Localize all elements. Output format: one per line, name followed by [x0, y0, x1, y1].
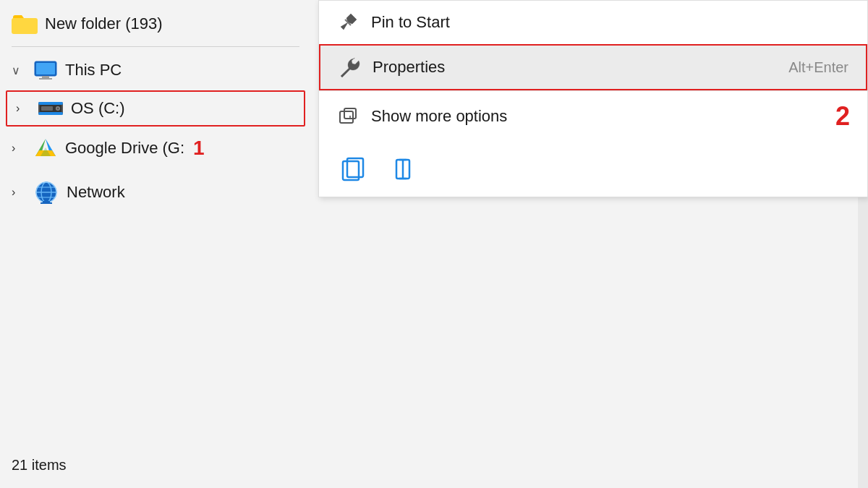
network-row[interactable]: › Network: [0, 173, 311, 212]
items-count: 21 items: [12, 457, 67, 474]
pin-icon: [336, 11, 359, 34]
svg-rect-2: [42, 76, 49, 78]
show-more-item[interactable]: Show more options 2: [319, 91, 867, 142]
badge-1: 1: [193, 137, 205, 160]
show-more-label: Show more options: [371, 107, 821, 126]
monitor-icon: [33, 60, 58, 80]
properties-shortcut: Alt+Enter: [788, 59, 848, 76]
network-globe-icon: [33, 180, 59, 205]
this-pc-label: This PC: [65, 61, 122, 80]
this-pc-row[interactable]: ∨ This PC: [0, 53, 311, 87]
hdd-icon: [38, 99, 64, 118]
svg-rect-7: [38, 112, 63, 115]
pin-to-start-item[interactable]: Pin to Start: [319, 1, 867, 44]
os-label: OS (C:): [71, 99, 125, 118]
google-drive-icon: [33, 137, 58, 159]
network-label: Network: [67, 183, 125, 202]
context-menu: Pin to Start Properties Alt+Enter Show m…: [318, 0, 868, 197]
new-folder-label: New folder (193): [45, 14, 163, 33]
show-more-icon: [336, 105, 359, 128]
svg-rect-24: [340, 111, 353, 123]
properties-item[interactable]: Properties Alt+Enter: [319, 44, 867, 90]
pin-to-start-label: Pin to Start: [371, 13, 850, 32]
svg-rect-8: [41, 106, 53, 111]
svg-rect-6: [38, 102, 63, 105]
properties-label: Properties: [373, 58, 777, 77]
network-chevron-icon: ›: [12, 186, 26, 199]
svg-point-10: [57, 108, 59, 110]
os-chevron-icon: ›: [16, 102, 30, 115]
wrench-icon: [338, 56, 361, 79]
new-folder-row[interactable]: New folder (193): [0, 7, 311, 40]
gdrive-label: Google Drive (G:: [65, 139, 184, 158]
chevron-down-icon: ∨: [12, 64, 26, 77]
svg-rect-3: [39, 78, 52, 80]
google-drive-row[interactable]: › Google Drive (G: 1: [0, 129, 311, 167]
badge-2: 2: [835, 101, 850, 132]
icon-row: [319, 142, 867, 197]
svg-rect-22: [41, 202, 52, 204]
os-drive-wrapper: › OS (C:): [6, 90, 305, 127]
divider-1: [12, 46, 299, 47]
text-cursor-icon-button[interactable]: [386, 152, 420, 187]
svg-rect-1: [36, 63, 55, 74]
folder-icon: [12, 13, 38, 35]
os-drive-row[interactable]: › OS (C:): [7, 92, 304, 125]
sidebar: New folder (193) ∨ This PC ›: [0, 0, 311, 488]
gdrive-chevron-icon: ›: [12, 142, 26, 155]
copy-icon-button[interactable]: [336, 152, 371, 187]
